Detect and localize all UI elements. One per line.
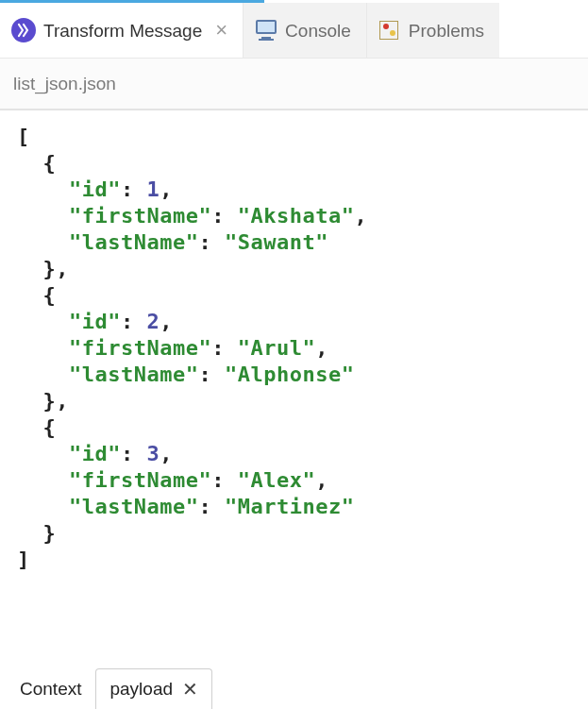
tab-transform-message-label: Transform Message <box>43 19 202 42</box>
problems-icon <box>378 19 401 42</box>
code-editor[interactable]: [ { "id": 1, "firstName": "Akshata", "la… <box>0 110 588 667</box>
tab-transform-message[interactable]: Transform Message × <box>0 3 244 58</box>
tab-problems-label: Problems <box>409 19 484 42</box>
bottom-tab-context[interactable]: Context <box>6 668 95 709</box>
bottom-tab-payload[interactable]: payload ✕ <box>95 668 212 709</box>
tab-problems[interactable]: Problems <box>367 3 499 58</box>
bottom-tab-payload-label: payload <box>109 679 173 700</box>
close-icon[interactable]: × <box>215 20 227 41</box>
file-name-bar: list_json.json <box>0 59 588 110</box>
tab-console[interactable]: Console <box>244 3 367 58</box>
editor-tab-strip: Transform Message × Console Problems <box>0 3 588 59</box>
transform-message-icon <box>11 18 36 42</box>
close-icon[interactable]: ✕ <box>182 680 198 699</box>
bottom-tab-context-label: Context <box>20 679 81 700</box>
tab-console-label: Console <box>285 19 351 42</box>
console-icon <box>255 20 277 41</box>
bottom-tab-strip: Context payload ✕ <box>0 667 588 709</box>
file-name: list_json.json <box>13 74 116 94</box>
